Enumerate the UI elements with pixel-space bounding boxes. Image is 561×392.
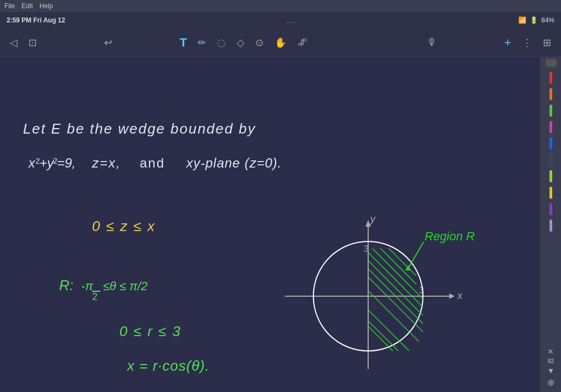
color-tool-purple[interactable]: [542, 201, 560, 217]
svg-text:2: 2: [92, 291, 98, 302]
status-bar: 2:59 PM Fri Aug 12 ... 📶 🔋 84%: [0, 12, 561, 28]
status-time-date: 2:59 PM Fri Aug 12: [7, 16, 65, 24]
svg-text:x = r·cos(θ).: x = r·cos(θ).: [126, 358, 210, 374]
svg-text:0 ≤ r ≤ 3: 0 ≤ r ≤ 3: [119, 323, 181, 339]
svg-line-27: [340, 249, 427, 336]
svg-marker-18: [449, 293, 455, 299]
battery-pct: 84%: [541, 16, 554, 24]
svg-line-30: [364, 249, 452, 336]
pages-button[interactable]: ⊞: [540, 34, 554, 51]
svg-text:+y: +y: [39, 155, 55, 170]
add-button[interactable]: +: [501, 33, 514, 52]
wifi-icon: 📶: [518, 16, 526, 24]
svg-text:x: x: [457, 290, 463, 301]
more-button[interactable]: ⋮: [519, 34, 535, 51]
color-tool-yellow[interactable]: [542, 185, 560, 200]
svg-text:x: x: [28, 155, 36, 170]
zoom-button[interactable]: ⊕: [547, 377, 554, 388]
svg-text:and: and: [140, 155, 165, 170]
main-area: Let E be the wedge bounded by x 2 +y 2 =…: [0, 57, 561, 392]
svg-text:z=x,: z=x,: [91, 155, 121, 170]
color-tool-blue[interactable]: [542, 136, 560, 151]
svg-line-35: [323, 265, 411, 353]
page-number: 82: [548, 358, 554, 364]
color-tool-red[interactable]: [542, 70, 560, 85]
svg-text:R:: R:: [59, 277, 73, 293]
text-tool-button[interactable]: T: [176, 33, 190, 52]
color-tool-lightpurple[interactable]: [542, 218, 560, 233]
svg-text:≤θ ≤ π/2: ≤θ ≤ π/2: [103, 279, 147, 293]
battery-icon: 🔋: [530, 16, 538, 24]
svg-line-39: [408, 242, 423, 269]
status-right: 📶 🔋 84%: [518, 16, 554, 24]
mic-button[interactable]: 🎙: [423, 34, 440, 50]
canvas[interactable]: Let E be the wedge bounded by x 2 +y 2 =…: [0, 57, 540, 392]
back-button[interactable]: ◁: [7, 34, 21, 51]
menu-bar: File Edit Help: [0, 0, 561, 12]
shape-tool-button[interactable]: ◇: [233, 34, 248, 51]
svg-text:Region R: Region R: [425, 229, 475, 243]
clip-tool-button[interactable]: 🖇: [294, 34, 311, 50]
menu-edit[interactable]: Edit: [21, 2, 33, 10]
svg-text:Let E be the wedge bounded by: Let E be the wedge bounded by: [23, 120, 256, 137]
svg-text:0 ≤ z ≤ x: 0 ≤ z ≤ x: [92, 218, 156, 234]
status-dots: ...: [287, 16, 297, 25]
color-tool-dark[interactable]: [542, 152, 560, 168]
lasso-tool-button[interactable]: ⊙: [252, 34, 267, 51]
pen-tool-button[interactable]: ✏: [194, 34, 209, 51]
menu-file[interactable]: File: [4, 2, 15, 10]
sidebar-scroll[interactable]: [546, 59, 557, 67]
right-sidebar: ✕ 82 ▼ ⊕: [540, 57, 561, 392]
menu-help[interactable]: Help: [39, 2, 53, 10]
svg-line-36: [323, 276, 405, 358]
color-tool-lightgreen[interactable]: [542, 103, 560, 118]
hand-tool-button[interactable]: ✋: [271, 34, 290, 51]
color-tool-orange[interactable]: [542, 87, 560, 102]
toolbar: ◁ ⊡ ↩ T ✏ ◌ ◇ ⊙ ✋ 🖇 🎙 + ⋮ ⊞: [0, 28, 561, 57]
folder-button[interactable]: ⊡: [25, 34, 40, 51]
undo-button[interactable]: ↩: [101, 34, 116, 51]
svg-text:xy-plane (z=0).: xy-plane (z=0).: [186, 155, 282, 170]
sidebar-scroll-down[interactable]: ▼: [547, 366, 555, 375]
color-tool-pink[interactable]: [542, 119, 560, 135]
svg-text:y: y: [369, 214, 376, 224]
svg-text:=9,: =9,: [57, 155, 76, 170]
sidebar-bottom: ✕ 82 ▼ ⊕: [547, 347, 555, 390]
drawing-svg: Let E be the wedge bounded by x 2 +y 2 =…: [0, 57, 540, 392]
svg-text:3: 3: [364, 244, 369, 253]
eraser-tool-button[interactable]: ◌: [214, 34, 229, 51]
close-sidebar-btn[interactable]: ✕: [547, 347, 554, 356]
color-tool-yellowgreen[interactable]: [542, 169, 560, 184]
